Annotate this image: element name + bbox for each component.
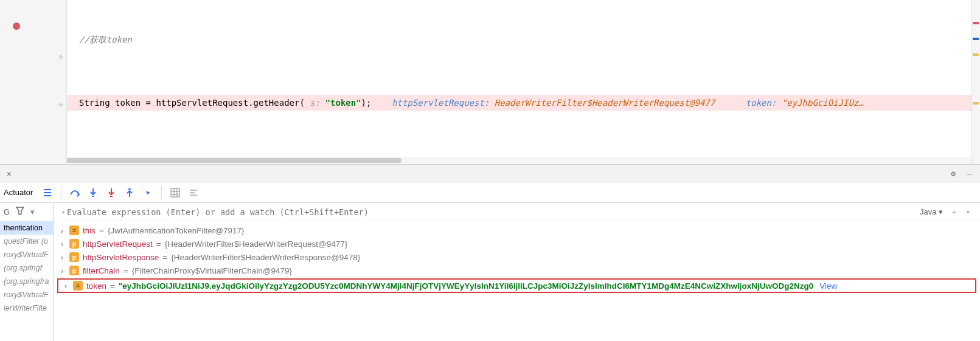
scroll-thumb[interactable]	[67, 158, 401, 163]
frame-item[interactable]: (org.springfra	[0, 275, 53, 288]
variable-name: filterChain	[83, 266, 120, 275]
chevron-right-icon[interactable]: ›	[58, 253, 66, 262]
fold-icon[interactable]: ⊖	[57, 53, 65, 62]
run-to-cursor-icon[interactable]	[141, 185, 155, 200]
frames-panel[interactable]: G ▾ thentication questFilter (o roxy$Vir…	[0, 203, 54, 341]
comment: //获取token	[79, 35, 132, 44]
parameter-icon	[69, 266, 79, 275]
frames-header: G ▾	[0, 203, 53, 221]
svg-rect-0	[92, 196, 94, 197]
chevron-down-icon[interactable]: ▾	[962, 207, 974, 216]
chevron-right-icon[interactable]: ›	[58, 226, 66, 235]
equals-sign: =	[99, 226, 104, 235]
parameter-icon	[69, 252, 79, 262]
variable-row[interactable]: › filterChain = {FilterChainProxy$Virtua…	[54, 264, 980, 277]
fold-icon[interactable]: ⊖	[57, 101, 65, 109]
frame-item[interactable]: roxy$VirtualF	[0, 288, 53, 301]
separator	[61, 186, 61, 199]
chevron-right-icon[interactable]: ›	[58, 239, 66, 249]
svg-rect-1	[110, 196, 113, 197]
variables-header: › Java ▾ ＋ ▾	[54, 203, 980, 221]
breakpoint-icon[interactable]	[12, 22, 21, 30]
variables-panel: › Java ▾ ＋ ▾ › this = {JwtAuthentication…	[54, 203, 980, 341]
chevron-down-icon[interactable]: ▾	[30, 207, 35, 216]
step-over-icon[interactable]	[68, 185, 82, 200]
equals-sign: =	[162, 253, 167, 262]
evaluate-grid-icon[interactable]	[168, 185, 182, 200]
language-selector[interactable]: Java ▾	[916, 207, 947, 216]
frames-group-label: G	[4, 207, 10, 216]
variable-icon	[73, 281, 83, 291]
minimize-icon[interactable]: —	[967, 169, 971, 178]
step-into-icon[interactable]	[86, 185, 100, 200]
inline-debug-hint: token: "eyJhbGciOiJIUz…	[746, 98, 864, 108]
variable-name: this	[83, 226, 96, 235]
variable-value: {HeaderWriterFilter$HeaderWriterRequest@…	[165, 239, 348, 249]
parameter-icon	[69, 239, 79, 249]
marker-active-icon[interactable]	[973, 38, 979, 40]
frame-item[interactable]: (org.springf	[0, 261, 53, 275]
filter-icon[interactable]	[16, 207, 24, 217]
gear-icon[interactable]: ⚙	[951, 169, 956, 178]
step-out-icon[interactable]	[122, 185, 137, 200]
code-line[interactable]: //获取token	[67, 32, 971, 47]
svg-rect-3	[171, 188, 179, 197]
frame-item[interactable]: roxy$VirtualF	[0, 248, 53, 261]
code-line[interactable]: String token = httpServletRequest.getHea…	[67, 95, 971, 111]
marker-warn-icon[interactable]	[973, 53, 979, 56]
variable-name: httpServletResponse	[83, 253, 159, 262]
marker-warn-icon[interactable]	[973, 102, 979, 105]
close-icon[interactable]: ✕	[0, 169, 18, 178]
actuator-tab[interactable]: Actuator	[4, 188, 36, 197]
variable-icon	[69, 226, 79, 235]
variable-value: {JwtAuthenticationTokenFilter@7917}	[108, 226, 245, 235]
force-step-into-icon[interactable]	[104, 185, 119, 200]
editor-marker-strip[interactable]	[971, 0, 980, 164]
chevron-right-icon[interactable]: ›	[62, 281, 69, 291]
more-icon[interactable]	[186, 185, 201, 200]
equals-sign: =	[123, 266, 128, 275]
stack-icon[interactable]	[40, 185, 55, 200]
chevron-right-icon[interactable]: ›	[58, 266, 66, 275]
variable-row[interactable]: › httpServletResponse = {HeaderWriterFil…	[54, 250, 980, 264]
equals-sign: =	[110, 281, 115, 291]
variable-row-highlighted[interactable]: › token = "eyJhbGciOiJIUzI1NiJ9.eyJqdGki…	[57, 278, 976, 293]
editor-gutter: ⊖ ⊖	[0, 0, 67, 164]
variable-row[interactable]: › this = {JwtAuthenticationTokenFilter@7…	[54, 224, 980, 237]
debug-lower-split: G ▾ thentication questFilter (o roxy$Vir…	[0, 203, 980, 341]
debug-toolbar: Actuator	[0, 182, 980, 203]
variable-value: "eyJhbGciOiJIUzI1NiJ9.eyJqdGkiOiIyYzgzYz…	[119, 281, 813, 291]
view-link[interactable]: View	[817, 281, 837, 291]
equals-sign: =	[156, 239, 161, 249]
editor-scrollbar[interactable]	[67, 157, 971, 164]
frame-item[interactable]: thentication	[0, 221, 53, 235]
marker-error-icon[interactable]	[973, 22, 979, 24]
frames-list[interactable]: thentication questFilter (o roxy$Virtual…	[0, 221, 53, 341]
evaluate-expression-input[interactable]	[67, 207, 916, 217]
variable-value: {HeaderWriterFilter$HeaderWriterResponse…	[171, 253, 360, 262]
add-watch-icon[interactable]: ＋	[947, 207, 962, 218]
frame-item[interactable]: questFilter (o	[0, 235, 53, 248]
inline-debug-hint: httpServletRequest: HeaderWriterFilter$H…	[392, 98, 715, 108]
debug-tab-strip: ✕ ⚙ —	[0, 164, 980, 182]
variable-name: httpServletRequest	[83, 239, 153, 249]
variable-name: token	[86, 281, 106, 291]
chevron-right-icon[interactable]: ›	[60, 207, 67, 216]
svg-rect-2	[128, 188, 131, 190]
variable-row[interactable]: › httpServletRequest = {HeaderWriterFilt…	[54, 237, 980, 250]
variables-list[interactable]: › this = {JwtAuthenticationTokenFilter@7…	[54, 221, 980, 341]
frame-item[interactable]: lerWriterFilte	[0, 301, 53, 315]
variable-value: {FilterChainProxy$VirtualFilterChain@947…	[132, 266, 292, 275]
code-lines[interactable]: //获取token String token = httpServletRequ…	[67, 0, 971, 164]
separator	[161, 186, 162, 199]
code-editor[interactable]: ⊖ ⊖ //获取token String token = httpServlet…	[0, 0, 980, 164]
